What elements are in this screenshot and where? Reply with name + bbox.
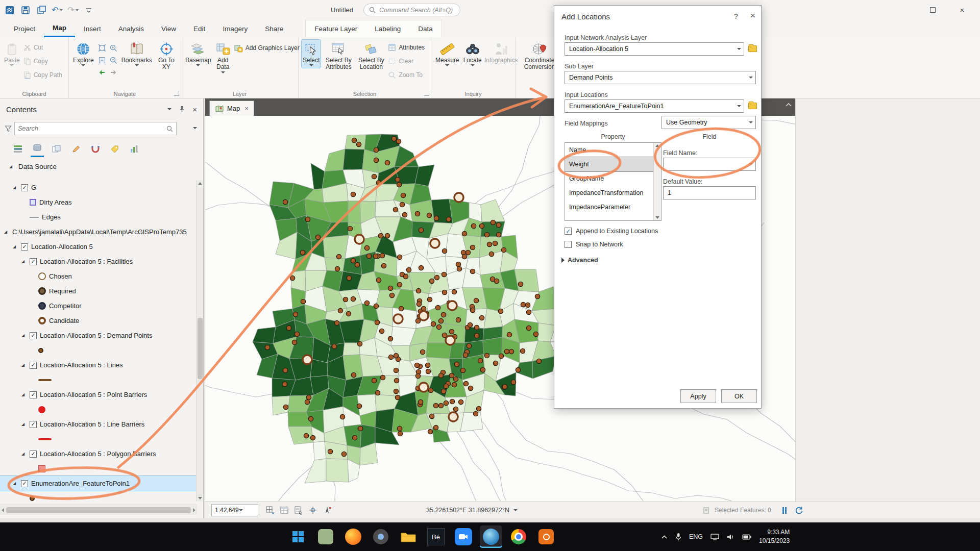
- explore-button[interactable]: Explore: [72, 40, 95, 68]
- property-row-weight[interactable]: Weight: [565, 157, 653, 171]
- pause-drawing-button[interactable]: [782, 507, 787, 514]
- tree-item[interactable]: ◢✓Location-Allocation 5 : Lines: [0, 358, 197, 372]
- close-window-button[interactable]: ×: [944, 0, 980, 20]
- tab-selection[interactable]: [50, 143, 63, 157]
- copy-path-button[interactable]: Copy Path: [23, 70, 62, 80]
- scroll-up-icon[interactable]: [198, 182, 202, 185]
- customize-toolbar-icon[interactable]: [83, 5, 94, 16]
- tree-checkbox[interactable]: ✓: [21, 184, 28, 191]
- browse-folder-icon[interactable]: [748, 103, 757, 109]
- tab-editing[interactable]: [69, 143, 83, 157]
- device-icon[interactable]: [710, 534, 719, 540]
- table-icon[interactable]: [280, 506, 289, 515]
- taskbar-app-orange-icon[interactable]: [535, 525, 557, 548]
- taskbar-file-explorer-icon[interactable]: [397, 525, 420, 548]
- tree-item[interactable]: [0, 491, 197, 502]
- tree-item[interactable]: ◢✓Location-Allocation 5 : Point Barriers: [0, 387, 197, 402]
- advanced-expander[interactable]: Advanced: [561, 257, 598, 264]
- grid-icon[interactable]: [265, 506, 275, 515]
- contextual-tab-labeling[interactable]: Labeling: [366, 20, 409, 37]
- tree-item[interactable]: Edges: [0, 210, 197, 224]
- redo-button[interactable]: ↷: [67, 5, 79, 16]
- input-layer-combo[interactable]: Location-Allocation 5: [565, 42, 744, 56]
- clock[interactable]: 9:33 AM 10/15/2023: [759, 528, 790, 545]
- taskbar-arcgis-pro-icon[interactable]: [480, 525, 502, 548]
- speaker-icon[interactable]: [727, 534, 734, 540]
- tree-item[interactable]: ◢✓G: [0, 180, 197, 195]
- clear-button[interactable]: Clear: [388, 56, 425, 66]
- tree-item[interactable]: ◢✓Location-Allocation 5 : Facilities: [0, 254, 197, 269]
- zoom-out-button[interactable]: [108, 55, 118, 66]
- infographics-button[interactable]: Infographics: [485, 40, 518, 65]
- tree-item[interactable]: Chosen: [0, 269, 197, 284]
- microphone-icon[interactable]: [675, 533, 681, 541]
- zoom-to-button[interactable]: Zoom To: [388, 70, 425, 80]
- append-checkbox-row[interactable]: ✓ Append to Existing Locations: [565, 228, 658, 235]
- contextual-tab-data[interactable]: Data: [409, 20, 442, 37]
- zoom-in-button[interactable]: [108, 42, 118, 54]
- tree-item[interactable]: ◢✓EnumerationAre_FeatureToPoin1: [0, 476, 197, 491]
- select-by-attributes-button[interactable]: Select By Attributes: [323, 40, 354, 72]
- scrollbar-thumb[interactable]: [198, 318, 203, 379]
- tree-item[interactable]: ◢✓Location-Allocation 5 : Line Barriers: [0, 417, 197, 432]
- tree-checkbox[interactable]: ✓: [21, 243, 28, 251]
- tree-expander-icon[interactable]: ◢: [13, 245, 18, 249]
- ribbon-tab-map[interactable]: Map: [44, 20, 75, 37]
- tree-expander-icon[interactable]: ◢: [21, 422, 27, 427]
- basemap-button[interactable]: Basemap: [184, 40, 212, 68]
- contents-horizontal-scrollbar[interactable]: [0, 505, 197, 515]
- dialog-close-icon[interactable]: ×: [750, 11, 755, 21]
- cut-button[interactable]: Cut: [23, 42, 62, 53]
- tree-expander-icon[interactable]: ◢: [4, 230, 9, 234]
- tab-labeling[interactable]: [108, 143, 121, 157]
- input-locations-combo[interactable]: EnumerationAre_FeatureToPoin1: [565, 99, 744, 113]
- tree-expander-icon[interactable]: ◢: [21, 452, 27, 456]
- tree-checkbox[interactable]: ✓: [30, 391, 37, 398]
- taskbar-app-sage-icon[interactable]: [314, 525, 337, 548]
- snap-checkbox-row[interactable]: Snap to Network: [565, 241, 623, 248]
- snap-checkbox[interactable]: [565, 241, 572, 248]
- tree-expander-icon[interactable]: ◢: [13, 482, 18, 486]
- tree-expander-icon[interactable]: ◢: [21, 363, 27, 367]
- taskbar-behance-icon[interactable]: Bé: [425, 525, 447, 548]
- contents-menu-icon[interactable]: [167, 108, 172, 110]
- save-icon[interactable]: [20, 5, 31, 16]
- pin-icon[interactable]: [179, 106, 185, 113]
- tree-item[interactable]: ◢✓Location-Allocation 5: [0, 239, 197, 254]
- property-list[interactable]: NameWeightGroupNameImpedanceTransformati…: [565, 142, 662, 221]
- contents-search-input[interactable]: [18, 125, 166, 132]
- scroll-down-icon[interactable]: [655, 216, 659, 219]
- north-arrow-icon[interactable]: [323, 506, 332, 515]
- taskbar-firefox-icon[interactable]: [342, 525, 364, 548]
- tree-item[interactable]: Required: [0, 284, 197, 298]
- measure-button[interactable]: Measure: [434, 40, 460, 68]
- add-graphics-layer-button[interactable]: Add Graphics Layer: [234, 43, 300, 53]
- select-by-location-button[interactable]: Select By Location: [356, 40, 386, 72]
- tree-expander-icon[interactable]: ◢: [21, 334, 27, 338]
- ribbon-tab-insert[interactable]: Insert: [75, 20, 110, 37]
- ribbon-tab-imagery[interactable]: Imagery: [214, 20, 256, 37]
- map-coordinates[interactable]: 35.2261502°E 31.8962972°N: [426, 502, 518, 519]
- help-icon[interactable]: ?: [734, 12, 738, 20]
- map-tab-close-icon[interactable]: ×: [244, 105, 249, 112]
- full-extent-button[interactable]: [97, 42, 107, 54]
- scrollbar-thumb[interactable]: [6, 507, 191, 513]
- taskbar-camera-app-icon[interactable]: [370, 525, 392, 548]
- tab-data-source[interactable]: [31, 142, 44, 157]
- field-mappings-combo[interactable]: Use Geometry: [662, 116, 756, 129]
- restore-window-button[interactable]: [921, 0, 944, 20]
- command-search-input[interactable]: Command Search (Alt+Q): [363, 4, 460, 16]
- tree-checkbox[interactable]: ✓: [30, 258, 37, 265]
- autohide-chevron-icon[interactable]: [785, 103, 792, 107]
- contents-vertical-scrollbar[interactable]: [196, 180, 203, 502]
- tree-item[interactable]: ◢✓Location-Allocation 5 : Polygon Barrie…: [0, 446, 197, 461]
- snap-toggle-icon[interactable]: [308, 506, 317, 515]
- field-name-combo[interactable]: [663, 158, 756, 171]
- scroll-up-icon[interactable]: [655, 144, 659, 147]
- ribbon-tab-edit[interactable]: Edit: [185, 20, 214, 37]
- tree-expander-icon[interactable]: ◢: [21, 260, 27, 264]
- property-row-groupname[interactable]: GroupName: [565, 171, 653, 186]
- ribbon-tab-share[interactable]: Share: [256, 20, 292, 37]
- scroll-down-icon[interactable]: [198, 497, 202, 499]
- tree-checkbox[interactable]: ✓: [21, 480, 28, 487]
